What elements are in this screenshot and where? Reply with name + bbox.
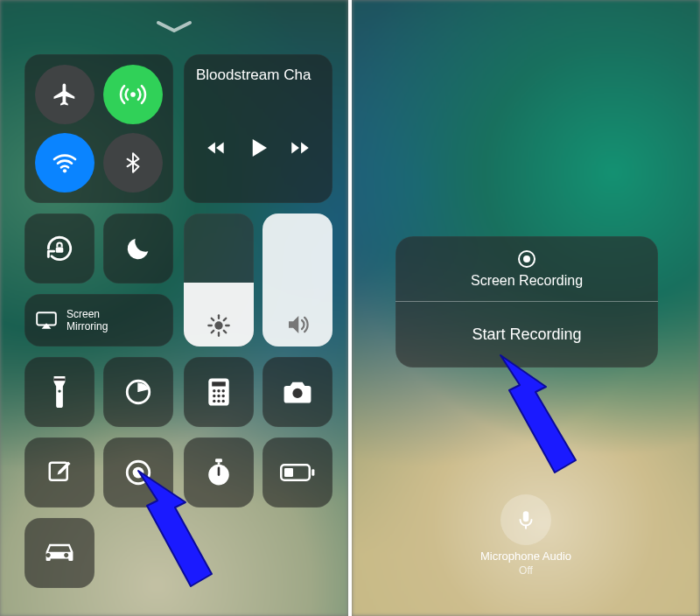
- media-controls: [184, 133, 332, 163]
- calculator-icon: [207, 377, 230, 407]
- rotation-lock-toggle[interactable]: [24, 214, 94, 284]
- svg-rect-13: [54, 379, 66, 382]
- flashlight-icon: [51, 376, 68, 408]
- svg-rect-16: [212, 382, 226, 386]
- record-icon: [516, 248, 537, 270]
- svg-line-9: [212, 318, 214, 320]
- svg-point-24: [217, 400, 220, 402]
- svg-point-0: [130, 92, 136, 97]
- svg-point-1: [63, 169, 66, 172]
- svg-rect-35: [312, 469, 314, 476]
- wifi-toggle[interactable]: [35, 133, 94, 192]
- record-icon: [123, 458, 153, 487]
- timer-button[interactable]: [103, 357, 173, 427]
- volume-slider[interactable]: [262, 214, 332, 346]
- do-not-disturb-toggle[interactable]: [103, 214, 173, 284]
- car-icon: [44, 541, 75, 565]
- chevron-down-icon[interactable]: [153, 19, 195, 35]
- svg-point-38: [523, 256, 530, 262]
- svg-point-21: [217, 395, 220, 397]
- bluetooth-toggle[interactable]: [103, 133, 163, 192]
- svg-line-11: [212, 331, 214, 332]
- wifi-icon: [51, 149, 79, 177]
- svg-rect-31: [215, 458, 222, 462]
- airplay-icon: [35, 311, 58, 330]
- bluetooth-icon: [122, 151, 144, 174]
- screen-recording-button[interactable]: [103, 438, 173, 508]
- svg-rect-36: [284, 468, 293, 477]
- svg-point-20: [213, 395, 215, 397]
- brightness-slider[interactable]: [184, 214, 254, 346]
- cellular-data-toggle[interactable]: [103, 65, 163, 124]
- microphone-audio-toggle[interactable]: [500, 494, 551, 545]
- microphone-icon: [514, 508, 537, 531]
- rewind-icon[interactable]: [202, 136, 230, 159]
- svg-line-10: [224, 331, 226, 332]
- svg-point-4: [214, 321, 222, 329]
- screenshot-pair: Bloodstream Cha Screen Mirroring: [0, 0, 700, 616]
- connectivity-module[interactable]: [24, 54, 173, 203]
- svg-point-25: [222, 400, 225, 402]
- screen-recording-title: Screen Recording: [471, 273, 583, 289]
- svg-rect-39: [523, 511, 529, 522]
- svg-line-12: [224, 318, 226, 320]
- flashlight-button[interactable]: [24, 357, 94, 427]
- low-power-button[interactable]: [262, 438, 332, 508]
- screen-recording-panel: Screen Recording Start Recording Microph…: [352, 0, 700, 616]
- control-center-panel: Bloodstream Cha Screen Mirroring: [0, 0, 348, 616]
- forward-icon[interactable]: [286, 136, 314, 159]
- microphone-audio-label: Microphone Audio: [352, 550, 700, 563]
- rotation-lock-icon: [43, 232, 76, 265]
- screen-recording-card: Screen Recording Start Recording: [396, 236, 658, 368]
- svg-point-17: [213, 389, 215, 392]
- media-module[interactable]: Bloodstream Cha: [184, 54, 332, 203]
- moon-icon: [124, 234, 152, 262]
- airplane-icon: [52, 81, 78, 108]
- svg-point-18: [217, 389, 220, 392]
- camera-button[interactable]: [262, 357, 332, 427]
- carplay-button[interactable]: [24, 518, 94, 588]
- now-playing-title: Bloodstream Cha: [196, 66, 326, 84]
- svg-point-22: [222, 395, 225, 397]
- play-icon[interactable]: [245, 133, 271, 163]
- cellular-icon: [118, 80, 148, 109]
- camera-icon: [283, 380, 312, 404]
- screen-mirroring-button[interactable]: Screen Mirroring: [24, 294, 173, 346]
- svg-point-23: [213, 400, 215, 402]
- svg-point-26: [292, 388, 302, 398]
- compose-icon: [46, 459, 73, 486]
- notes-button[interactable]: [24, 438, 94, 508]
- microphone-audio-state: Off: [352, 564, 700, 577]
- airplane-mode-toggle[interactable]: [35, 65, 94, 124]
- svg-point-29: [133, 467, 144, 479]
- start-recording-button[interactable]: Start Recording: [396, 302, 658, 368]
- svg-rect-2: [56, 247, 64, 252]
- screen-recording-header: Screen Recording: [396, 236, 658, 301]
- timer-icon: [123, 377, 153, 407]
- calculator-button[interactable]: [184, 357, 254, 427]
- svg-point-19: [222, 389, 225, 392]
- volume-icon: [284, 312, 311, 338]
- brightness-icon: [206, 313, 231, 338]
- screen-mirroring-label: Screen Mirroring: [66, 308, 108, 332]
- stopwatch-button[interactable]: [184, 438, 254, 508]
- stopwatch-icon: [205, 458, 233, 487]
- battery-icon: [280, 463, 315, 482]
